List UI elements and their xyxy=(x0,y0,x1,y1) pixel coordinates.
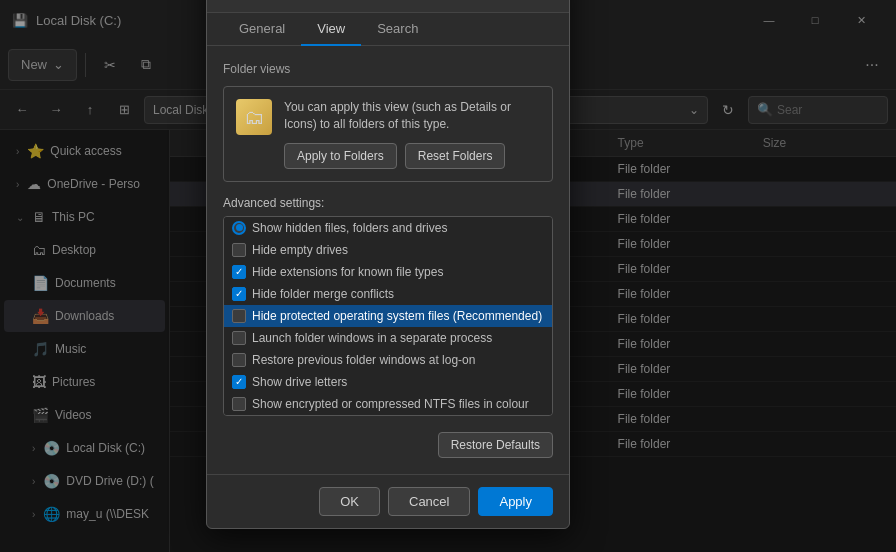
folder-views-description: You can apply this view (such as Details… xyxy=(284,99,540,133)
setting-label-hide-extensions: Hide extensions for known file types xyxy=(252,265,443,279)
settings-list[interactable]: Show hidden files, folders and drivesHid… xyxy=(223,216,553,416)
setting-item-show-popup[interactable]: Show pop-up description for folder and d… xyxy=(224,415,552,416)
advanced-settings-label: Advanced settings: xyxy=(223,196,553,210)
tab-search[interactable]: Search xyxy=(361,13,434,46)
dialog-overlay: Folder Options ✕ General View Search Fol… xyxy=(0,0,896,552)
folder-views-title: Folder views xyxy=(223,62,553,76)
setting-item-restore-windows[interactable]: Restore previous folder windows at log-o… xyxy=(224,349,552,371)
cancel-button[interactable]: Cancel xyxy=(388,487,470,516)
checkbox-hide-empty xyxy=(232,243,246,257)
folder-views-content: You can apply this view (such as Details… xyxy=(284,99,540,169)
tab-view[interactable]: View xyxy=(301,13,361,46)
dialog-titlebar: Folder Options ✕ xyxy=(207,0,569,13)
tab-general[interactable]: General xyxy=(223,13,301,46)
setting-item-launch-separate[interactable]: Launch folder windows in a separate proc… xyxy=(224,327,552,349)
setting-label-show-encrypted: Show encrypted or compressed NTFS files … xyxy=(252,397,529,411)
setting-label-restore-windows: Restore previous folder windows at log-o… xyxy=(252,353,475,367)
apply-to-folders-button[interactable]: Apply to Folders xyxy=(284,143,397,169)
restore-defaults-area: Restore Defaults xyxy=(223,422,553,458)
radio-show-hidden xyxy=(232,221,246,235)
folder-icon: 🗂 xyxy=(236,99,272,135)
restore-defaults-button[interactable]: Restore Defaults xyxy=(438,432,553,458)
reset-folders-button[interactable]: Reset Folders xyxy=(405,143,506,169)
setting-label-show-drive-letters: Show drive letters xyxy=(252,375,347,389)
checkbox-hide-protected xyxy=(232,309,246,323)
folder-view-buttons: Apply to Folders Reset Folders xyxy=(284,143,540,169)
setting-label-launch-separate: Launch folder windows in a separate proc… xyxy=(252,331,492,345)
dialog-footer: OK Cancel Apply xyxy=(207,474,569,528)
checkbox-restore-windows xyxy=(232,353,246,367)
setting-item-hide-merge[interactable]: ✓Hide folder merge conflicts xyxy=(224,283,552,305)
checkbox-hide-extensions: ✓ xyxy=(232,265,246,279)
checkbox-show-drive-letters: ✓ xyxy=(232,375,246,389)
setting-item-hide-extensions[interactable]: ✓Hide extensions for known file types xyxy=(224,261,552,283)
checkbox-show-encrypted xyxy=(232,397,246,411)
setting-item-hide-protected[interactable]: Hide protected operating system files (R… xyxy=(224,305,552,327)
setting-label-hide-empty: Hide empty drives xyxy=(252,243,348,257)
setting-item-show-hidden[interactable]: Show hidden files, folders and drives xyxy=(224,217,552,239)
setting-item-hide-empty[interactable]: Hide empty drives xyxy=(224,239,552,261)
setting-label-hide-protected: Hide protected operating system files (R… xyxy=(252,309,542,323)
checkbox-hide-merge: ✓ xyxy=(232,287,246,301)
apply-button[interactable]: Apply xyxy=(478,487,553,516)
setting-label-hide-merge: Hide folder merge conflicts xyxy=(252,287,394,301)
folder-views-box: 🗂 You can apply this view (such as Detai… xyxy=(223,86,553,182)
checkbox-launch-separate xyxy=(232,331,246,345)
setting-label-show-hidden: Show hidden files, folders and drives xyxy=(252,221,447,235)
ok-button[interactable]: OK xyxy=(319,487,380,516)
dialog-body: Folder views 🗂 You can apply this view (… xyxy=(207,46,569,474)
folder-options-dialog: Folder Options ✕ General View Search Fol… xyxy=(206,0,570,529)
setting-item-show-drive-letters[interactable]: ✓Show drive letters xyxy=(224,371,552,393)
setting-item-show-encrypted[interactable]: Show encrypted or compressed NTFS files … xyxy=(224,393,552,415)
dialog-tabs: General View Search xyxy=(207,13,569,46)
